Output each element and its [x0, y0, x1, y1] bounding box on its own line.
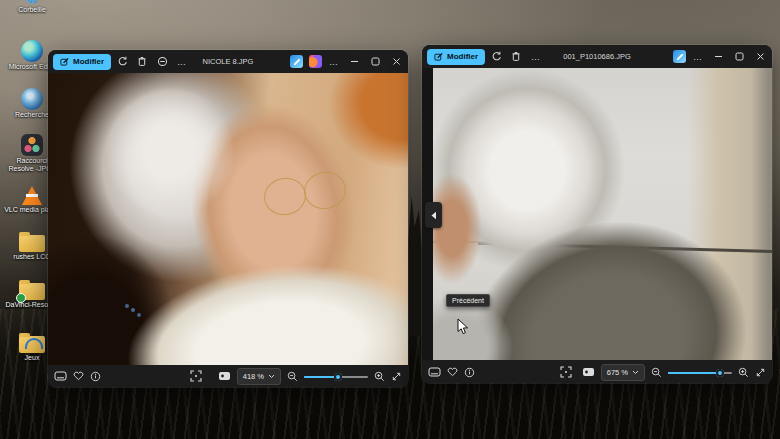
photo-man[interactable]: Précédent	[422, 68, 772, 360]
photos-editor-app-icon[interactable]	[287, 54, 305, 70]
zoom-percent-dropdown[interactable]: 675 %	[601, 364, 645, 381]
recycle-bin-icon: ♻	[4, 0, 60, 5]
edit-button-label: Modifier	[73, 57, 104, 66]
photos-window-p1010686: Modifier … 001_P1010686.JPG …	[422, 45, 772, 383]
globe-icon	[21, 88, 43, 110]
hide-circle-icon[interactable]	[153, 54, 171, 70]
rotate-icon[interactable]	[113, 54, 131, 70]
zoom-slider-handle[interactable]	[716, 369, 724, 377]
zoom-percent-value: 418 %	[243, 372, 264, 381]
fit-to-window-icon[interactable]	[560, 366, 572, 378]
folder-icon	[19, 235, 45, 252]
davinci-resolve-icon	[21, 134, 43, 156]
bottom-toolbar: 675 %	[422, 361, 772, 383]
actual-size-icon[interactable]	[582, 367, 595, 377]
more-options-icon[interactable]: …	[527, 49, 545, 65]
edge-icon	[21, 40, 43, 62]
folder-icon	[19, 336, 45, 353]
desktop-icon-recycle-bin[interactable]: ♻ Corbeille	[4, 0, 60, 14]
photo-region	[329, 73, 408, 169]
pen-icon	[60, 57, 69, 66]
desktop: ♻ Corbeille Microsoft Edge Recherche Rac…	[0, 0, 780, 439]
fit-to-window-icon[interactable]	[190, 370, 202, 382]
zoom-percent-value: 675 %	[607, 368, 628, 377]
title-bar[interactable]: Modifier … NICOLE 8.JPG …	[48, 50, 408, 73]
edit-button[interactable]: Modifier	[427, 49, 485, 65]
minimize-button[interactable]	[708, 48, 728, 66]
arc-badge-icon	[25, 338, 43, 349]
bottom-toolbar: 418 %	[48, 365, 408, 387]
fullscreen-icon[interactable]	[391, 371, 402, 382]
window-title: 001_P1010686.JPG	[563, 52, 631, 61]
favorite-heart-icon[interactable]	[73, 371, 84, 381]
photos-window-nicole: Modifier … NICOLE 8.JPG …	[48, 50, 408, 387]
maximize-button[interactable]	[729, 48, 749, 66]
zoom-percent-dropdown[interactable]: 418 %	[237, 368, 281, 385]
filmstrip-icon[interactable]	[54, 371, 67, 381]
zoom-in-icon[interactable]	[374, 371, 385, 382]
pen-icon	[434, 52, 443, 61]
maximize-button[interactable]	[365, 53, 385, 71]
fullscreen-icon[interactable]	[755, 367, 766, 378]
zoom-in-icon[interactable]	[738, 367, 749, 378]
info-icon[interactable]	[90, 371, 101, 382]
close-button[interactable]	[750, 48, 770, 66]
folder-icon	[19, 283, 45, 300]
chevron-down-icon	[632, 370, 639, 375]
title-bar[interactable]: Modifier … 001_P1010686.JPG …	[422, 45, 772, 68]
close-button[interactable]	[386, 53, 406, 71]
edit-button[interactable]: Modifier	[53, 54, 111, 70]
more-apps-icon[interactable]: …	[689, 49, 707, 65]
photos-editor-app-icon[interactable]	[670, 49, 688, 65]
designer-app-icon[interactable]	[306, 54, 324, 70]
chevron-down-icon	[268, 374, 275, 379]
previous-button[interactable]	[425, 202, 442, 228]
tooltip-previous: Précédent	[446, 294, 490, 307]
rotate-icon[interactable]	[487, 49, 505, 65]
delete-icon[interactable]	[133, 54, 151, 70]
more-options-icon[interactable]: …	[173, 54, 191, 70]
icon-label: Corbeille	[4, 6, 60, 14]
zoom-slider[interactable]	[668, 367, 732, 377]
edit-button-label: Modifier	[447, 52, 478, 61]
actual-size-icon[interactable]	[218, 371, 231, 381]
info-icon[interactable]	[464, 367, 475, 378]
zoom-out-icon[interactable]	[287, 371, 298, 382]
window-title: NICOLE 8.JPG	[203, 57, 254, 66]
arrow-left-icon	[430, 211, 437, 220]
filmstrip-icon[interactable]	[428, 367, 441, 377]
photo-nicole[interactable]	[48, 73, 408, 365]
favorite-heart-icon[interactable]	[447, 367, 458, 377]
delete-icon[interactable]	[507, 49, 525, 65]
minimize-button[interactable]	[344, 53, 364, 71]
vlc-icon	[22, 186, 42, 205]
more-apps-icon[interactable]: …	[325, 54, 343, 70]
zoom-slider[interactable]	[304, 371, 368, 381]
sync-badge-icon	[16, 293, 26, 303]
mouse-cursor	[457, 318, 469, 335]
zoom-slider-handle[interactable]	[334, 373, 342, 381]
zoom-out-icon[interactable]	[651, 367, 662, 378]
